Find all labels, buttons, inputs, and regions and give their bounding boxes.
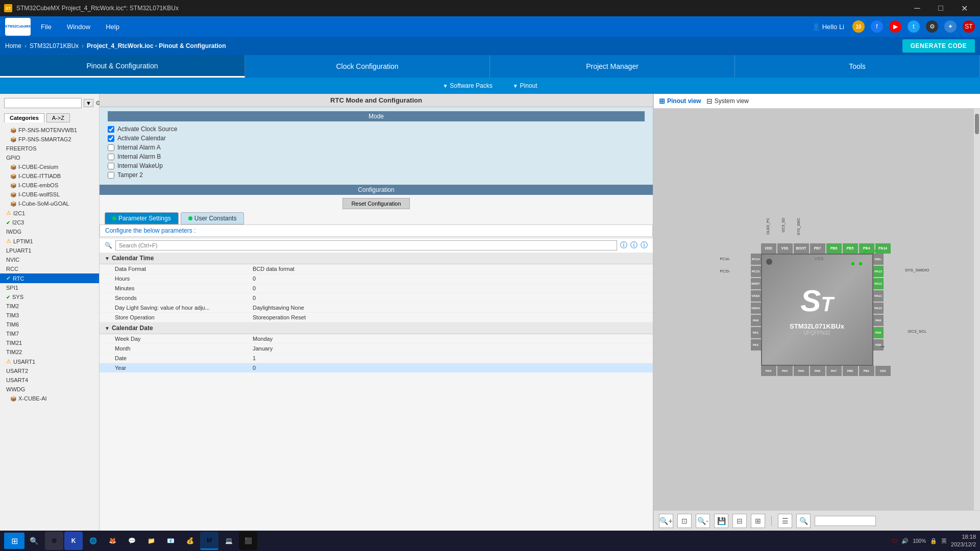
close-button[interactable]: ✕ <box>952 0 976 16</box>
facebook-icon[interactable]: f <box>871 20 883 33</box>
taskbar-files-app[interactable]: 📁 <box>142 532 160 550</box>
sidebar-item-fp-sns-motenv[interactable]: 📦 FP-SNS-MOTENVWB1 <box>0 126 99 135</box>
sidebar-item-gpio[interactable]: GPIO <box>0 153 99 162</box>
activate-calendar-checkbox[interactable] <box>108 135 114 142</box>
zoom-out-button[interactable]: 🔍- <box>696 514 710 528</box>
taskbar-terminal-app[interactable]: ⬛ <box>239 532 257 550</box>
pin-nrst[interactable]: NRST <box>751 278 761 289</box>
sidebar-item-tim22[interactable]: TIM22 <box>0 347 99 357</box>
system-view-tab[interactable]: ⊟ System view <box>706 97 749 105</box>
pin-pa12[interactable]: PA12 <box>873 278 884 289</box>
calendar-time-group-header[interactable]: ▼ Calendar Time <box>100 253 653 264</box>
network-status-icon[interactable]: 100% <box>913 538 926 544</box>
pin-vdd[interactable]: VDD <box>761 243 776 254</box>
reset-configuration-button[interactable]: Reset Configuration <box>342 198 409 209</box>
taskbar-chat-app[interactable]: 💬 <box>122 532 141 550</box>
pin-pa14[interactable]: PA14 <box>875 243 891 254</box>
file-menu[interactable]: File <box>41 23 52 31</box>
user-constants-tab[interactable]: User Constants <box>181 212 244 224</box>
tab-project-manager[interactable]: Project Manager <box>490 55 735 78</box>
sidebar-item-spi1[interactable]: SPI1 <box>0 283 99 292</box>
pin-pa5[interactable]: PA5 <box>794 366 809 376</box>
pin-pa1[interactable]: PA1 <box>751 327 761 338</box>
pin-pb5[interactable]: PB5 <box>843 243 858 254</box>
pin-pa13[interactable]: PA13 <box>873 266 884 277</box>
pin-vss-b[interactable]: VSS <box>875 366 891 376</box>
sidebar-item-icube-cesium[interactable]: 📦 I-CUBE-Cesium <box>0 162 99 171</box>
taskbar-firefox-app[interactable]: 🦊 <box>103 532 121 550</box>
az-tab[interactable]: A->Z <box>46 113 70 122</box>
activate-clock-source-checkbox[interactable] <box>108 126 114 133</box>
subtab-software-packs[interactable]: ▼ Software Packs <box>443 82 492 89</box>
pin-pb6[interactable]: PB6 <box>826 243 842 254</box>
taskbar-settings-app[interactable]: ⚙ <box>45 532 63 550</box>
internal-wakeup-checkbox[interactable] <box>108 163 114 169</box>
taskbar-search-button[interactable]: 🔍 <box>26 533 42 549</box>
sidebar-item-i2c3[interactable]: ✔ I2C3 <box>0 218 99 227</box>
subtab-pinout[interactable]: ▼ Pinout <box>513 82 537 89</box>
scroll-thumb[interactable] <box>975 114 979 134</box>
sidebar-item-tim7[interactable]: TIM7 <box>0 329 99 338</box>
vertical-scrollbar[interactable] <box>974 109 980 510</box>
pin-pb1[interactable]: PB1 <box>859 366 874 376</box>
tamper2-checkbox[interactable] <box>108 172 114 179</box>
sidebar-item-icube-som[interactable]: 📦 I-Cube-SoM-uGOAL <box>0 199 99 208</box>
pin-pc14[interactable]: PC14 <box>751 254 761 265</box>
sidebar-item-iwdg[interactable]: IWDG <box>0 227 99 236</box>
sidebar-item-icube-embos[interactable]: 📦 I-CUBE-embOS <box>0 181 99 190</box>
chip-search-input[interactable] <box>815 516 876 526</box>
sidebar-item-usart1[interactable]: ⚠ USART1 <box>0 357 99 366</box>
pin-pa2[interactable]: PA2 <box>751 339 761 350</box>
internal-alarm-b-checkbox[interactable] <box>108 154 114 160</box>
internal-alarm-a-checkbox[interactable] <box>108 144 114 151</box>
pin-pa6[interactable]: PA6 <box>810 366 825 376</box>
sidebar-item-tim6[interactable]: TIM6 <box>0 320 99 329</box>
zoom-in-button[interactable]: 🔍+ <box>659 514 673 528</box>
tab-clock-config[interactable]: Clock Configuration <box>245 55 490 78</box>
taskbar-edge-app[interactable]: 🌐 <box>84 532 102 550</box>
pin-vss[interactable]: VSS <box>777 243 793 254</box>
minimize-button[interactable]: ─ <box>905 0 929 16</box>
user-button[interactable]: 👤 Hello Li <box>812 23 844 31</box>
search-button[interactable]: 🔍 <box>796 514 811 528</box>
dropdown-arrow[interactable]: ▼ <box>84 99 93 107</box>
fit-view-button[interactable]: ⊡ <box>677 514 692 528</box>
tab-pinout-config[interactable]: Pinout & Configuration <box>0 55 245 78</box>
taskbar-cubemx-app[interactable]: M <box>200 532 218 550</box>
pin-pa3[interactable]: PA3 <box>761 366 776 376</box>
pin-pa0[interactable]: PA0 <box>751 315 761 326</box>
parameter-settings-tab[interactable]: Parameter Settings <box>105 212 179 224</box>
pin-pa9[interactable]: PA9 <box>873 315 884 326</box>
pin-pc15[interactable]: PC15 <box>751 266 761 277</box>
sidebar-item-tim21[interactable]: TIM21 <box>0 338 99 347</box>
sidebar-item-usart4[interactable]: USART4 <box>0 375 99 385</box>
sidebar-item-xcube-ai[interactable]: 📦 X-CUBE-AI <box>0 394 99 403</box>
sidebar-item-rtc[interactable]: ✔ RTC <box>0 273 99 283</box>
window-menu[interactable]: Window <box>67 23 90 31</box>
sidebar-item-tim2[interactable]: TIM2 <box>0 302 99 311</box>
twitter-icon[interactable]: t <box>908 20 920 33</box>
sidebar-item-icube-ittiadb[interactable]: 📦 I-CUBE-ITTIADB <box>0 171 99 181</box>
maximize-button[interactable]: □ <box>929 0 952 16</box>
pin-vssa[interactable]: VSSA <box>751 290 761 302</box>
pin-pb0[interactable]: PB0 <box>843 366 858 376</box>
table-button[interactable]: ☰ <box>778 514 792 528</box>
help-menu[interactable]: Help <box>106 23 119 31</box>
github-icon[interactable]: ⚙ <box>926 20 938 33</box>
st-icon[interactable]: ST <box>963 20 975 33</box>
start-button[interactable]: ⊞ <box>4 533 24 549</box>
taskbar-kleopatra-app[interactable]: K <box>64 532 83 550</box>
pin-pa7[interactable]: PA7 <box>826 366 842 376</box>
sidebar-item-icube-wolfssl[interactable]: 📦 I-CUBE-wolfSSL <box>0 190 99 199</box>
pin-pa8[interactable]: PA8 <box>873 327 884 338</box>
info-icon-3[interactable]: ⓘ <box>641 241 648 250</box>
sidebar-item-fp-sns-smartag[interactable]: 📦 FP-SNS-SMARTAG2 <box>0 135 99 144</box>
sidebar-item-usart2[interactable]: USART2 <box>0 366 99 375</box>
pin-pa4[interactable]: PA4 <box>777 366 793 376</box>
taskbar-email-app[interactable]: 📧 <box>161 532 180 550</box>
sidebar-item-rcc[interactable]: RCC <box>0 264 99 273</box>
pin-pa10[interactable]: PA10 <box>873 303 884 314</box>
save-view-button[interactable]: 💾 <box>714 514 728 528</box>
sidebar-item-i2c1[interactable]: ⚠ I2C1 <box>0 208 99 218</box>
taskbar-money-app[interactable]: 💰 <box>181 532 199 550</box>
